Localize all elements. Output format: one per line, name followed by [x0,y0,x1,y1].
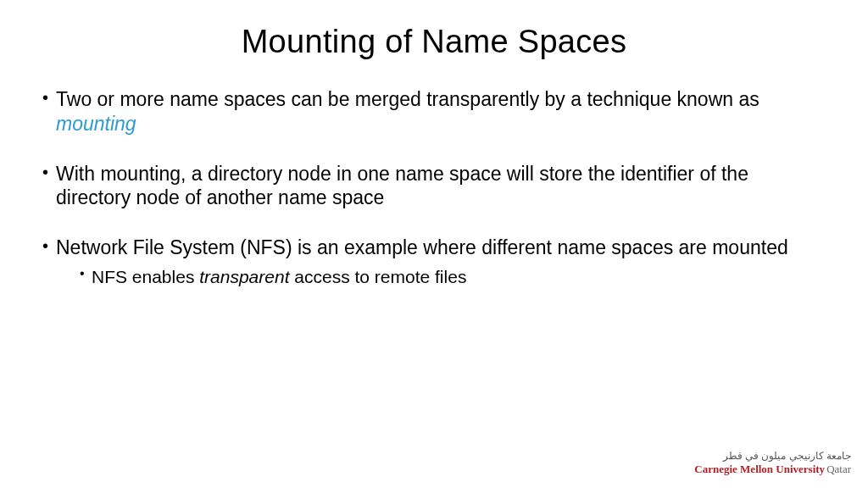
sub-bullet-1-post: access to remote files [289,267,466,286]
footer-arabic: جامعة كارنيجي میلون في قطر [694,450,851,462]
footer-university-name: Carnegie Mellon University [694,463,825,475]
bullet-2: With mounting, a directory node in one n… [42,162,826,211]
sub-bullet-list: NFS enables transparent access to remote… [56,265,826,288]
bullet-1-highlight: mounting [56,113,136,135]
sub-bullet-1: NFS enables transparent access to remote… [80,265,826,288]
bullet-1-text: Two or more name spaces can be merged tr… [56,88,760,110]
bullet-list: Two or more name spaces can be merged tr… [42,87,826,288]
sub-bullet-1-pre: NFS enables [92,267,199,286]
slide-container: Mounting of Name Spaces Two or more name… [0,0,868,488]
bullet-3: Network File System (NFS) is an example … [42,236,826,288]
slide-title: Mounting of Name Spaces [42,24,826,60]
footer-university: Carnegie Mellon UniversityQatar [694,463,851,476]
footer-location: Qatar [826,463,851,475]
footer-logo: جامعة كارنيجي میلون في قطر Carnegie Mell… [694,450,851,476]
bullet-2-text: With mounting, a directory node in one n… [56,163,748,209]
sub-bullet-1-italic: transparent [199,267,289,286]
bullet-1: Two or more name spaces can be merged tr… [42,87,826,136]
bullet-3-text: Network File System (NFS) is an example … [56,236,788,258]
